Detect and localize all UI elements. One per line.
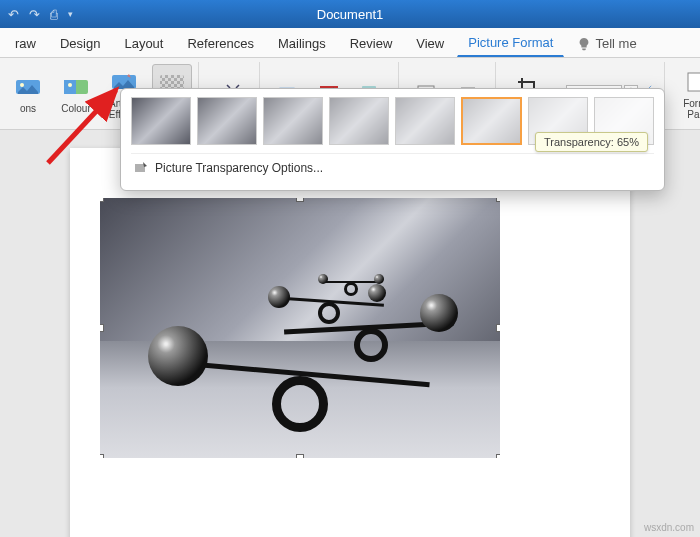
resize-handle[interactable] <box>100 324 104 332</box>
transparency-options-menuitem[interactable]: Picture Transparency Options... <box>131 153 654 182</box>
print-icon[interactable]: ⎙ <box>50 7 58 22</box>
svg-point-1 <box>20 83 24 87</box>
transparency-preset-55[interactable] <box>395 97 455 145</box>
tab-references[interactable]: References <box>176 29 264 57</box>
ribbon-tabs: raw Design Layout References Mailings Re… <box>0 28 700 58</box>
transparency-tooltip: Transparency: 65% <box>535 132 648 152</box>
svg-rect-7 <box>160 75 184 89</box>
page[interactable] <box>70 148 630 537</box>
picture-content <box>100 198 500 458</box>
resize-handle[interactable] <box>496 454 500 458</box>
title-bar: ↶ ↷ ⎙ ▾ Document1 <box>0 0 700 28</box>
resize-handle[interactable] <box>296 454 304 458</box>
selected-picture[interactable] <box>100 198 500 458</box>
svg-point-4 <box>68 83 72 87</box>
document-title: Document1 <box>317 7 383 22</box>
resize-handle[interactable] <box>296 198 304 202</box>
lightbulb-icon <box>577 37 591 51</box>
transparency-gallery: Transparency: 65% Picture Transparency O… <box>120 88 665 191</box>
resize-handle[interactable] <box>100 454 104 458</box>
format-pane-icon <box>685 68 700 96</box>
resize-handle[interactable] <box>496 324 500 332</box>
tell-me[interactable]: Tell me <box>566 29 647 57</box>
tab-draw[interactable]: raw <box>4 29 47 57</box>
transparency-preset-65[interactable] <box>461 97 521 145</box>
svg-rect-19 <box>688 73 700 91</box>
transparency-preset-45[interactable] <box>329 97 389 145</box>
format-pane-button[interactable]: Format Pane <box>679 64 700 124</box>
tab-layout[interactable]: Layout <box>113 29 174 57</box>
qat-more-icon[interactable]: ▾ <box>68 9 73 19</box>
resize-handle[interactable] <box>496 198 500 202</box>
corrections-icon <box>14 73 42 101</box>
document-area <box>0 130 700 537</box>
transparency-preset-15[interactable] <box>197 97 257 145</box>
undo-icon[interactable]: ↶ <box>8 7 19 22</box>
transparency-preset-30[interactable] <box>263 97 323 145</box>
quick-access-toolbar: ↶ ↷ ⎙ ▾ <box>8 7 73 22</box>
tab-review[interactable]: Review <box>339 29 404 57</box>
tab-picture-format[interactable]: Picture Format <box>457 28 564 57</box>
tab-view[interactable]: View <box>405 29 455 57</box>
watermark: wsxdn.com <box>644 522 694 533</box>
svg-rect-21 <box>135 164 145 172</box>
tab-mailings[interactable]: Mailings <box>267 29 337 57</box>
redo-icon[interactable]: ↷ <box>29 7 40 22</box>
options-icon <box>133 160 149 176</box>
colour-icon <box>62 73 90 101</box>
colour-button[interactable]: Colour <box>56 64 96 124</box>
tab-design[interactable]: Design <box>49 29 111 57</box>
resize-handle[interactable] <box>100 198 104 202</box>
corrections-button[interactable]: ons <box>8 64 48 124</box>
transparency-preset-0[interactable] <box>131 97 191 145</box>
